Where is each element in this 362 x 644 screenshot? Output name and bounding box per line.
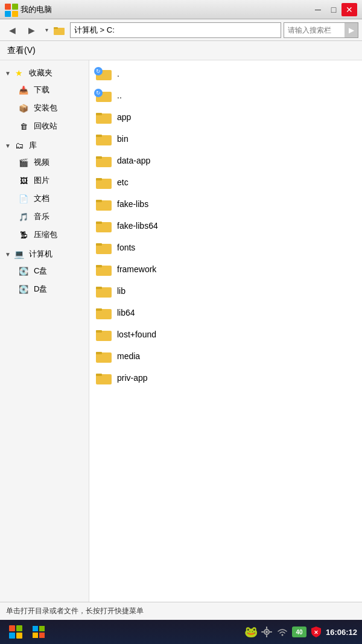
document-icon: 📄 xyxy=(17,192,30,205)
folder-svg xyxy=(95,348,112,364)
gear-svg xyxy=(261,626,272,637)
folder-svg xyxy=(95,370,112,386)
list-item[interactable]: fonts xyxy=(89,237,362,258)
list-item[interactable]: framework xyxy=(89,258,362,280)
settings-icon[interactable] xyxy=(261,626,273,638)
recycle-icon: 🗑 xyxy=(17,120,30,133)
sidebar-item-cdrive[interactable]: 💽 C盘 xyxy=(0,262,89,280)
list-item[interactable]: data-app xyxy=(89,150,362,171)
folder-svg xyxy=(95,218,112,234)
document-label: 文档 xyxy=(34,193,49,204)
file-name: bin xyxy=(117,134,129,144)
wifi-icon[interactable] xyxy=(276,626,288,638)
file-name: lost+found xyxy=(117,330,156,339)
svg-rect-17 xyxy=(96,222,102,224)
list-item[interactable]: lost+found xyxy=(89,324,362,345)
frog-icon[interactable]: 🐸 xyxy=(245,626,257,638)
folder-icon xyxy=(95,174,112,190)
svg-text:✕: ✕ xyxy=(314,630,319,636)
svg-rect-39 xyxy=(266,635,267,637)
sidebar-item-recycle[interactable]: 🗑 回收站 xyxy=(0,117,89,135)
file-name: etc xyxy=(117,177,129,187)
wifi-svg xyxy=(277,627,288,637)
search-input[interactable] xyxy=(284,23,345,37)
computer-header[interactable]: ▼ 💻 计算机 xyxy=(0,246,89,262)
svg-rect-35 xyxy=(39,633,45,638)
file-list: ↻ . ↻ .. xyxy=(89,60,362,602)
sidebar: ▼ ★ 收藏夹 📥 下载 📦 安装包 🗑 回收站 ▼ 🗂 库 xyxy=(0,60,89,602)
download-icon: 📥 xyxy=(17,83,30,97)
installer-icon: 📦 xyxy=(17,101,30,115)
svg-rect-31 xyxy=(96,374,102,376)
favorites-header[interactable]: ▼ ★ 收藏夹 xyxy=(0,65,89,81)
svg-rect-9 xyxy=(96,135,102,137)
view-menu[interactable]: 查看(V) xyxy=(7,45,36,56)
svg-rect-7 xyxy=(96,113,102,115)
folder-svg xyxy=(95,174,112,190)
sidebar-item-download[interactable]: 📥 下载 xyxy=(0,81,89,99)
svg-rect-29 xyxy=(96,352,102,354)
list-item[interactable]: lib xyxy=(89,280,362,302)
sidebar-item-music[interactable]: 🎵 音乐 xyxy=(0,208,89,226)
list-item[interactable]: lib64 xyxy=(89,302,362,324)
list-item[interactable]: etc xyxy=(89,171,362,193)
svg-rect-11 xyxy=(96,156,102,159)
explorer-icon xyxy=(32,625,45,639)
archive-icon: 🗜 xyxy=(17,228,30,241)
sidebar-item-ddrive[interactable]: 💽 D盘 xyxy=(0,280,89,298)
list-item[interactable]: ↻ .. xyxy=(89,84,362,106)
svg-rect-27 xyxy=(96,330,102,333)
folder-icon xyxy=(95,218,112,234)
list-item[interactable]: fake-libs xyxy=(89,193,362,215)
svg-rect-38 xyxy=(266,626,267,629)
minimize-button[interactable]: ─ xyxy=(310,3,326,16)
folder-icon: ↻ xyxy=(95,88,112,103)
list-item[interactable]: media xyxy=(89,345,362,367)
start-button[interactable] xyxy=(5,621,27,643)
sidebar-item-document[interactable]: 📄 文档 xyxy=(0,190,89,208)
sidebar-item-installer[interactable]: 📦 安装包 xyxy=(0,99,89,117)
main-content: ▼ ★ 收藏夹 📥 下载 📦 安装包 🗑 回收站 ▼ 🗂 库 xyxy=(0,60,362,602)
list-item[interactable]: app xyxy=(89,106,362,128)
folder-icon xyxy=(53,24,65,36)
folder-icon xyxy=(95,109,112,125)
maximize-button[interactable]: □ xyxy=(326,3,341,16)
forward-button[interactable]: ▶ xyxy=(23,22,40,39)
folder-svg xyxy=(95,327,112,342)
list-item[interactable]: bin xyxy=(89,128,362,150)
taskbar-time: 16:06:12 xyxy=(326,628,357,637)
file-name: lib xyxy=(117,286,125,296)
sidebar-item-archive[interactable]: 🗜 压缩包 xyxy=(0,226,89,244)
taskbar-explorer[interactable] xyxy=(28,621,49,643)
search-button[interactable]: ▶ xyxy=(345,23,358,37)
file-name: .. xyxy=(117,91,122,100)
nav-dropdown[interactable]: ▾ xyxy=(42,22,51,39)
folder-icon xyxy=(95,370,112,386)
favorites-icon: ★ xyxy=(13,67,25,79)
folder-svg xyxy=(95,131,112,147)
folder-icon xyxy=(95,131,112,147)
library-label: 库 xyxy=(29,140,37,151)
svg-rect-19 xyxy=(96,243,102,246)
sidebar-item-picture[interactable]: 🖼 图片 xyxy=(0,171,89,190)
shield-icon[interactable]: ✕ xyxy=(310,626,322,638)
favorites-arrow: ▼ xyxy=(5,70,11,77)
file-name: app xyxy=(117,112,131,122)
svg-rect-13 xyxy=(96,178,102,180)
library-arrow: ▼ xyxy=(5,142,11,149)
list-item[interactable]: fake-libs64 xyxy=(89,215,362,237)
cdrive-label: C盘 xyxy=(34,266,47,276)
list-item[interactable]: ↻ . xyxy=(89,63,362,84)
folder-icon xyxy=(95,153,112,168)
file-name: lib64 xyxy=(117,308,135,317)
folder-arrow: ↻ xyxy=(94,67,103,75)
address-input[interactable] xyxy=(70,22,281,38)
close-button[interactable]: ✕ xyxy=(341,3,357,16)
library-header[interactable]: ▼ 🗂 库 xyxy=(0,138,89,153)
sidebar-item-video[interactable]: 🎬 视频 xyxy=(0,153,89,171)
folder-icon xyxy=(95,240,112,255)
back-button[interactable]: ◀ xyxy=(4,22,21,39)
list-item[interactable]: priv-app xyxy=(89,367,362,389)
folder-arrow: ↻ xyxy=(94,89,103,97)
computer-label: 计算机 xyxy=(29,249,52,260)
